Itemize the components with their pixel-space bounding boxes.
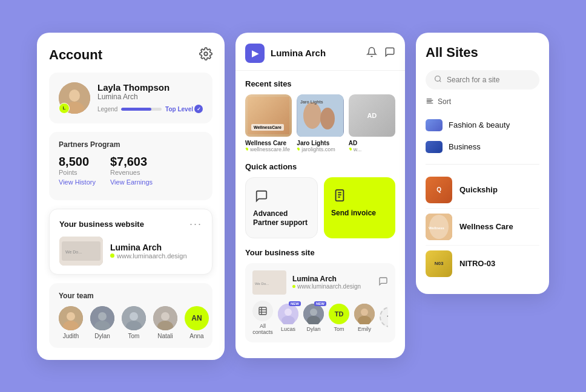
bell-icon[interactable]	[366, 47, 377, 60]
add-member-button[interactable]: +	[380, 307, 388, 327]
wellness-name: Wellness Care	[245, 140, 292, 146]
site-card-ad[interactable]: AD AD w...	[349, 94, 395, 152]
business-name: Lumina Arch	[110, 243, 187, 252]
business-info: Lumina Arch www.luminaarch.design	[110, 243, 187, 260]
team-member-natali: Natali	[153, 306, 177, 339]
team-col-contacts: All contacts	[252, 301, 273, 335]
business-thumbnail: We Do...	[59, 237, 103, 266]
chat-icon[interactable]	[384, 47, 395, 60]
site-wellness-right[interactable]: Wellness Wellness Care	[426, 209, 539, 246]
wellness-url: wellnesscare.life	[245, 146, 292, 152]
business-row: We Do... Lumina Arch www.luminaarch.desi…	[59, 237, 202, 266]
profile-info: Layla Thompson Lumina Arch Legend Top Le…	[97, 82, 203, 113]
all-sites-panel: All Sites Sort Fashion & beauty Business	[416, 33, 549, 294]
biz-site-thumb: We Do...	[252, 270, 286, 295]
account-header: Account	[49, 47, 212, 63]
wellness-right-name: Wellness Care	[459, 222, 513, 231]
jaro-thumbnail: Jaro Lights	[297, 94, 343, 137]
search-icon	[434, 75, 442, 85]
more-options-icon[interactable]: ···	[189, 218, 202, 230]
svg-point-17	[161, 312, 170, 321]
avatar-natali	[153, 306, 177, 330]
support-icon	[253, 188, 270, 204]
sort-row[interactable]: Sort	[426, 97, 539, 107]
svg-point-31	[285, 309, 292, 316]
team-member-anna: AN Anna	[185, 306, 209, 339]
site-nitro[interactable]: N03 NITRO-03	[426, 246, 539, 282]
nitro-name: NITRO-03	[459, 259, 495, 268]
biz-site-info: Lumina Arch www.luminaarch.design	[292, 275, 372, 290]
svg-line-40	[440, 80, 441, 82]
team-col-dylan: NEW Dylan	[303, 304, 324, 332]
site-card-jaro[interactable]: Jaro Lights Jaro Lights jarolights.com	[297, 94, 343, 152]
revenue-value: $7,603	[110, 155, 153, 169]
all-contacts-icon[interactable]	[252, 301, 273, 321]
category-business[interactable]: Business	[426, 137, 539, 157]
brand-icon: ▶	[245, 44, 265, 63]
invoice-icon	[331, 187, 348, 204]
mid-header: ▶ Lumina Arch	[235, 33, 405, 71]
team-name-natali: Natali	[157, 333, 173, 339]
check-icon: ✓	[194, 105, 203, 113]
all-sites-header: All Sites	[426, 45, 539, 60]
business-site-card: We Do... Lumina Arch www.luminaarch.desi…	[245, 263, 395, 342]
svg-point-39	[435, 76, 441, 81]
points-label: Points	[59, 169, 96, 176]
team-col-add: +	[380, 307, 388, 329]
svg-point-21	[320, 108, 335, 129]
profile-card: L Layla Thompson Lumina Arch Legend Top …	[49, 73, 212, 123]
svg-text:We Do...: We Do...	[65, 250, 82, 254]
avatar-dylan	[90, 306, 114, 330]
view-history-link[interactable]: View History	[59, 178, 96, 186]
business-header: Your business website ···	[59, 218, 202, 230]
quickship-name: Quickship	[459, 185, 498, 194]
level-bar: Legend Top Level ✓	[97, 105, 203, 113]
avatar-lucas: NEW	[278, 304, 298, 324]
level-to: Top Level ✓	[165, 105, 203, 113]
svg-point-34	[310, 309, 317, 316]
revenue-stat: $7,603 Revenues View Earnings	[110, 155, 153, 187]
view-earnings-link[interactable]: View Earnings	[110, 178, 153, 186]
search-box[interactable]	[426, 70, 539, 90]
settings-icon[interactable]	[199, 47, 212, 63]
wellness-thumbnail: WellnessCare	[245, 94, 292, 137]
category-fashion[interactable]: Fashion & beauty	[426, 116, 539, 135]
account-panel: Account L	[37, 33, 225, 360]
search-input[interactable]	[447, 76, 531, 84]
svg-point-20	[303, 102, 321, 129]
team-member-tom: Tom	[122, 306, 146, 339]
nitro-logo: N03	[435, 261, 444, 266]
biz-site-name: Lumina Arch	[292, 275, 372, 283]
svg-point-14	[130, 312, 138, 321]
send-invoice-card[interactable]: Send invoice	[324, 177, 395, 238]
divider	[426, 164, 539, 165]
svg-point-8	[67, 312, 75, 321]
biz-site-url: www.luminaarch.design	[292, 283, 372, 290]
quickship-thumb: Q	[426, 177, 452, 203]
team-name-judith: Judith	[63, 333, 79, 339]
emily-label: Emily	[358, 326, 371, 332]
revenue-label: Revenues	[110, 169, 153, 176]
mid-icons	[366, 47, 395, 60]
business-site-title: Your business site	[245, 248, 395, 257]
business-section-title: Your business website	[59, 220, 144, 229]
business-site-row: We Do... Lumina Arch www.luminaarch.desi…	[252, 270, 388, 295]
biz-chat-icon[interactable]	[378, 276, 388, 289]
sort-label: Sort	[438, 97, 451, 106]
jaro-name: Jaro Lights	[297, 140, 343, 146]
brand-name: Lumina Arch	[271, 48, 326, 58]
site-quickship[interactable]: Q Quickship	[426, 172, 539, 209]
site-card-wellness[interactable]: WellnessCare Wellness Care wellnesscare.…	[245, 94, 292, 152]
business-thumb	[426, 141, 443, 153]
team-name-tom: Tom	[128, 333, 140, 339]
fashion-thumb	[426, 119, 443, 131]
all-sites-title: All Sites	[426, 45, 478, 60]
business-website-section: Your business website ··· We Do... Lumin…	[49, 209, 212, 275]
profile-company: Lumina Arch	[97, 93, 203, 101]
svg-text:Wellness: Wellness	[429, 226, 445, 230]
team-member-judith: Judith	[59, 306, 83, 339]
business-label: Business	[449, 142, 481, 151]
lucas-label: Lucas	[281, 326, 295, 332]
advanced-support-card[interactable]: Advanced Partner support	[245, 177, 318, 238]
partners-section: Partners Program 8,500 Points View Histo…	[49, 132, 212, 200]
